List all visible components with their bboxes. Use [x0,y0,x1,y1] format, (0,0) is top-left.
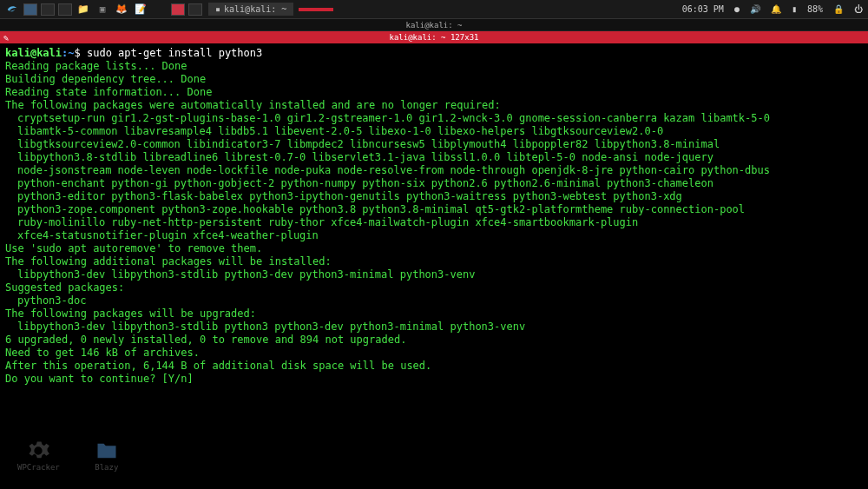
workspace-3[interactable] [58,3,72,16]
taskbar-record-task[interactable] [299,8,333,11]
output-line: libgtksourceview2.0-common libindicator3… [5,138,863,151]
prompt-dollar: $ [74,47,80,59]
notifications-icon[interactable]: 🔔 [771,4,781,14]
output-line: Suggested packages: [5,281,863,294]
tab-menu-icon[interactable]: ✎ [3,32,9,44]
workspace-indicator-1[interactable] [171,3,185,16]
gear-icon [26,439,50,463]
workspace-indicator-2[interactable] [188,3,202,16]
file-manager-icon[interactable]: 📁 [75,2,92,17]
kali-menu-icon[interactable] [3,2,21,17]
record-icon[interactable]: ● [734,4,740,14]
workspace-1[interactable] [23,3,37,16]
desktop-icon-blazy[interactable]: Blazy [95,439,119,472]
output-line: python-enchant python-gi python-gobject-… [5,177,863,190]
workspace-2[interactable] [41,3,55,16]
output-line: libpython3.8-stdlib libreadline6 librest… [5,151,863,164]
browser-icon[interactable]: 🦊 [113,2,130,17]
output-line: libpython3-dev libpython3-stdlib python3… [5,320,863,334]
desktop-icon-wpcracker[interactable]: WPCracker [17,439,60,472]
output-line: xfce4-statusnotifier-plugin xfce4-weathe… [5,229,863,242]
window-title-bar: kali@kali: ~ [0,19,868,31]
output-line: libamtk-5-common libavresample4 libdb5.1… [5,125,863,138]
prompt-user: kali [5,47,30,59]
volume-icon[interactable]: 🔊 [750,4,760,14]
output-line: node-jsonstream node-leven node-lockfile… [5,164,863,177]
battery-icon[interactable]: ▮ [792,4,797,14]
output-line: libpython3-dev libpython3-stdlib python3… [5,268,863,281]
text-editor-icon[interactable]: 📝 [132,2,149,17]
prompt-line: kali@kali:~$ sudo apt-get install python… [5,47,863,60]
taskbar-terminal-task[interactable]: ▪ kali@kali: ~ [208,3,293,16]
output-line: Reading state information... Done [5,86,863,99]
output-line: Need to get 146 kB of archives. [5,347,863,360]
lock-icon[interactable]: 🔒 [833,4,844,14]
terminal-tab[interactable]: ✎ kali@kali: ~ 127x31 [0,31,868,43]
prompt-path: :~ [62,47,74,59]
output-line: The following packages will be upgraded: [5,307,863,320]
taskbar: 📁 ▣ 🦊 📝 ▪ kali@kali: ~ 06:03 PM ● 🔊 🔔 ▮ … [0,0,868,19]
power-icon[interactable]: ⏻ [854,4,863,14]
output-line: cryptsetup-run gir1.2-gst-plugins-base-1… [5,112,863,125]
terminal-launcher-icon[interactable]: ▣ [94,2,111,17]
output-line: 6 upgraded, 0 newly installed, 0 to remo… [5,334,863,347]
output-line: python3-editor python3-flask-babelex pyt… [5,190,863,203]
prompt-continue[interactable]: Do you want to continue? [Y/n] [5,373,863,386]
clock[interactable]: 06:03 PM [682,4,724,14]
output-line: The following packages were automaticall… [5,99,863,112]
output-line: python3-doc [5,294,863,307]
output-line: ruby-molinillo ruby-net-http-persistent … [5,216,863,229]
terminal[interactable]: kali@kali:~$ sudo apt-get install python… [0,43,868,389]
desktop-icons: WPCracker Blazy [17,439,119,472]
command-text: sudo apt-get install python3 [87,47,262,59]
desktop-icon-label: Blazy [95,463,118,472]
output-line: Use 'sudo apt autoremove' to remove them… [5,242,863,255]
output-line: Building dependency tree... Done [5,73,863,86]
output-line: The following additional packages will b… [5,255,863,268]
output-line: Reading package lists... Done [5,60,863,73]
battery-percent: 88% [807,4,823,14]
prompt-host: @kali [30,47,62,59]
folder-icon [95,439,119,463]
output-line: python3-zope.component python3-zope.hook… [5,203,863,216]
output-line: After this operation, 6,144 B of additio… [5,360,863,373]
desktop-icon-label: WPCracker [17,463,60,472]
